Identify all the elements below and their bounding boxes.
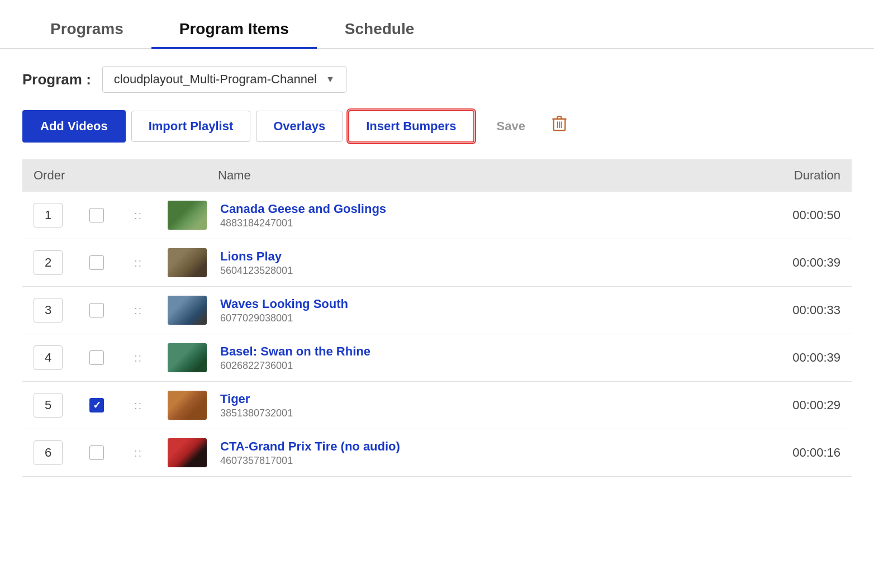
header-duration: Duration [729,168,840,183]
actions-row: Add Videos Import Playlist Overlays Inse… [22,110,852,143]
item-title-3: Waves Looking South [220,297,729,311]
item-id-3: 6077029038001 [220,312,729,324]
item-id-6: 4607357817001 [220,455,729,467]
header-name: Name [212,168,729,183]
program-items-table: Order Name Duration 1 :: Canada Geese an… [22,159,852,477]
drag-handle-3[interactable]: :: [134,304,168,317]
item-title-2: Lions Play [220,249,729,264]
order-badge-5: 5 [34,393,89,418]
item-id-5: 3851380732001 [220,407,729,419]
item-id-2: 5604123528001 [220,265,729,277]
program-label: Program : [22,71,91,88]
order-badge-3: 3 [34,298,89,323]
order-badge-4: 4 [34,345,89,370]
table-row: 1 :: Canada Geese and Goslings 488318424… [22,192,852,239]
item-id-4: 6026822736001 [220,360,729,372]
checkbox-2[interactable] [89,255,104,270]
delete-button[interactable] [542,110,577,143]
item-info-4: Basel: Swan on the Rhine 6026822736001 [212,344,729,372]
insert-bumpers-button[interactable]: Insert Bumpers [348,110,474,143]
checkbox-6[interactable] [89,445,104,460]
checkbox-5[interactable] [89,398,104,412]
thumbnail-4 [168,343,207,372]
header-thumb [168,168,212,183]
table-row: 3 :: Waves Looking South 6077029038001 0… [22,287,852,334]
thumbnail-6 [168,438,207,467]
program-select-value: cloudplayout_Multi-Program-Channel [114,72,317,87]
duration-4: 00:00:39 [729,350,840,365]
drag-handle-1[interactable]: :: [134,209,168,222]
checkbox-1[interactable] [89,208,104,222]
duration-1: 00:00:50 [729,208,840,222]
thumbnail-2 [168,248,207,277]
add-videos-button[interactable]: Add Videos [22,110,126,143]
item-info-3: Waves Looking South 6077029038001 [212,297,729,324]
tab-schedule[interactable]: Schedule [317,11,442,49]
save-button[interactable]: Save [480,111,542,141]
table-row: 6 :: CTA-Grand Prix Tire (no audio) 4607… [22,429,852,477]
item-id-1: 4883184247001 [220,217,729,229]
drag-handle-5[interactable]: :: [134,399,168,412]
import-playlist-button[interactable]: Import Playlist [131,111,251,142]
checkbox-3[interactable] [89,303,104,317]
duration-3: 00:00:33 [729,303,840,317]
table-row: 4 :: Basel: Swan on the Rhine 6026822736… [22,334,852,382]
header-order: Order [34,168,89,183]
item-info-1: Canada Geese and Goslings 4883184247001 [212,202,729,229]
tab-programs[interactable]: Programs [22,11,151,49]
order-badge-2: 2 [34,250,89,275]
item-title-4: Basel: Swan on the Rhine [220,344,729,359]
order-badge-1: 1 [34,203,89,227]
tabs-bar: Programs Program Items Schedule [0,0,874,49]
item-info-2: Lions Play 5604123528001 [212,249,729,277]
thumbnail-5 [168,391,207,420]
drag-handle-6[interactable]: :: [134,447,168,459]
program-row: Program : cloudplayout_Multi-Program-Cha… [22,66,852,93]
item-title-1: Canada Geese and Goslings [220,202,729,216]
table-row: 2 :: Lions Play 5604123528001 00:00:39 [22,239,852,287]
checkbox-4[interactable] [89,350,104,365]
header-drag [134,168,168,183]
item-title-5: Tiger [220,392,729,406]
item-title-6: CTA-Grand Prix Tire (no audio) [220,439,729,454]
chevron-down-icon: ▼ [326,74,335,84]
duration-5: 00:00:29 [729,398,840,412]
tab-program-items[interactable]: Program Items [151,11,317,49]
drag-handle-2[interactable]: :: [134,257,168,269]
program-select[interactable]: cloudplayout_Multi-Program-Channel ▼ [102,66,346,93]
table-row: 5 :: Tiger 3851380732001 00:00:29 [22,382,852,429]
trash-icon [551,115,568,133]
main-content: Program : cloudplayout_Multi-Program-Cha… [0,49,874,494]
duration-2: 00:00:39 [729,255,840,270]
header-check [89,168,134,183]
duration-6: 00:00:16 [729,445,840,460]
item-info-5: Tiger 3851380732001 [212,392,729,419]
thumbnail-3 [168,296,207,325]
order-badge-6: 6 [34,440,89,465]
table-header: Order Name Duration [22,159,852,192]
thumbnail-1 [168,201,207,230]
item-info-6: CTA-Grand Prix Tire (no audio) 460735781… [212,439,729,467]
drag-handle-4[interactable]: :: [134,352,168,364]
overlays-button[interactable]: Overlays [256,111,343,142]
